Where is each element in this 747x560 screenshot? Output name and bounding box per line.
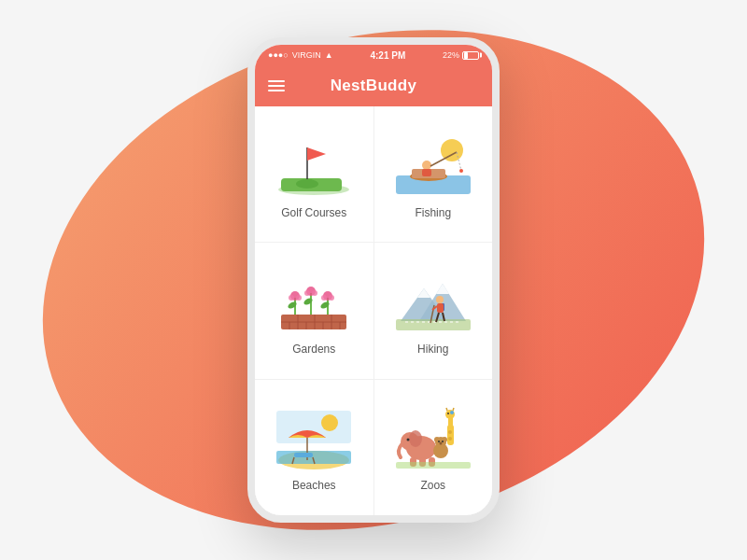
category-card-gardens[interactable]: Gardens [255, 243, 374, 378]
status-left: ●●●○ VIRGIN ▲ [268, 50, 333, 60]
svg-rect-11 [422, 169, 431, 176]
category-card-zoos[interactable]: Zoos [374, 380, 493, 515]
svg-point-34 [321, 295, 327, 301]
gardens-illustration [272, 270, 356, 335]
gardens-label: Gardens [292, 343, 335, 356]
phone-frame: ●●●○ VIRGIN ▲ 4:21 PM 22% NestBuddy [247, 37, 500, 523]
carrier-label: VIRGIN [292, 50, 321, 60]
svg-point-79 [438, 441, 440, 442]
svg-point-53 [321, 414, 338, 431]
svg-point-70 [409, 430, 422, 447]
status-time: 4:21 PM [370, 50, 405, 61]
hiking-label: Hiking [417, 343, 448, 356]
svg-line-66 [453, 408, 454, 411]
category-card-golf[interactable]: Golf Courses [255, 106, 374, 242]
svg-point-81 [439, 442, 442, 445]
wifi-icon: ▲ [325, 50, 333, 60]
svg-line-65 [446, 408, 447, 411]
svg-point-45 [436, 296, 444, 303]
svg-rect-47 [437, 303, 444, 313]
svg-point-71 [406, 439, 409, 441]
svg-point-26 [289, 295, 294, 301]
hiking-illustration [391, 270, 475, 335]
category-card-fishing[interactable]: Fishing [374, 106, 493, 242]
navbar: NestBuddy [255, 65, 492, 106]
svg-point-14 [459, 169, 463, 173]
status-bar: ●●●○ VIRGIN ▲ 4:21 PM 22% [255, 45, 492, 65]
svg-marker-41 [417, 288, 430, 298]
category-card-hiking[interactable]: Hiking [374, 243, 493, 378]
svg-point-67 [447, 413, 449, 414]
svg-point-80 [442, 441, 444, 442]
svg-point-63 [448, 430, 452, 434]
app-title: NestBuddy [331, 77, 416, 95]
svg-point-37 [303, 297, 314, 306]
svg-point-38 [319, 301, 331, 310]
fishing-label: Fishing [415, 206, 451, 219]
category-card-beaches[interactable]: Beaches [255, 380, 374, 515]
battery-percent: 22% [443, 50, 459, 60]
hamburger-menu-button[interactable] [268, 80, 285, 91]
svg-rect-57 [294, 453, 313, 457]
svg-point-30 [304, 290, 310, 296]
golf-label: Golf Courses [281, 206, 346, 219]
hamburger-line-1 [268, 80, 285, 82]
fishing-illustration [391, 133, 475, 199]
zoos-illustration [391, 406, 475, 471]
battery-icon [462, 51, 479, 60]
svg-marker-42 [436, 284, 449, 294]
zoos-label: Zoos [420, 479, 445, 492]
svg-point-31 [312, 290, 317, 296]
svg-point-35 [329, 295, 334, 301]
svg-point-82 [450, 411, 454, 414]
hamburger-line-3 [268, 90, 285, 91]
golf-illustration [272, 133, 356, 199]
svg-point-36 [287, 301, 298, 310]
svg-point-27 [296, 295, 302, 301]
svg-marker-4 [307, 147, 326, 161]
svg-point-64 [448, 437, 452, 441]
svg-rect-52 [276, 411, 351, 443]
svg-point-62 [445, 410, 455, 419]
svg-rect-43 [396, 319, 471, 330]
category-grid: Golf Courses [255, 106, 492, 515]
beaches-label: Beaches [292, 479, 336, 492]
svg-rect-83 [396, 462, 471, 469]
hamburger-line-2 [268, 85, 285, 87]
beaches-illustration [272, 406, 356, 471]
phone-mockup: ●●●○ VIRGIN ▲ 4:21 PM 22% NestBuddy [247, 37, 500, 523]
svg-point-10 [422, 161, 431, 170]
status-right: 22% [443, 50, 479, 60]
svg-point-5 [296, 179, 318, 189]
signal-dots: ●●●○ [268, 50, 289, 60]
